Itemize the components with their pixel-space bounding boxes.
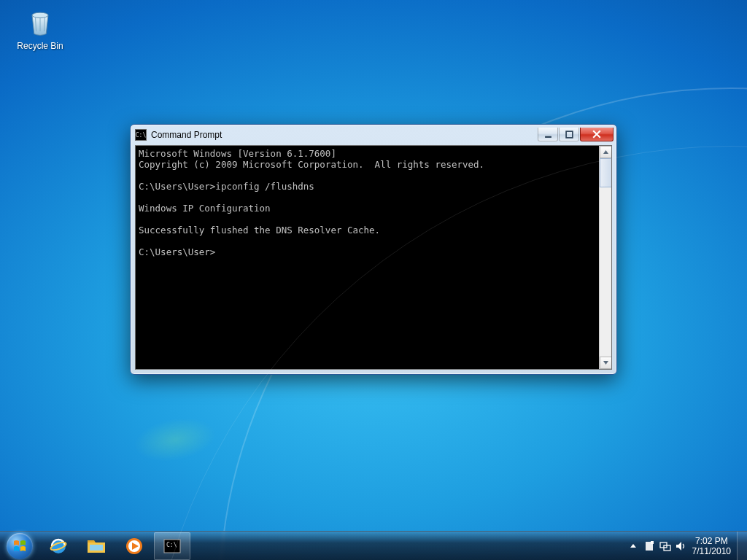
scroll-up-button[interactable] (600, 146, 611, 158)
command-prompt-window[interactable]: C:\ Command Prompt Microsoft Windows [Ve… (130, 124, 617, 375)
show-desktop-button[interactable] (737, 532, 747, 561)
system-tray: 7:02 PM 7/11/2010 (625, 532, 747, 560)
taskbar-internet-explorer[interactable] (40, 532, 77, 560)
titlebar[interactable]: C:\ Command Prompt (131, 125, 616, 145)
wallpaper-decoration (98, 394, 253, 484)
scroll-thumb[interactable] (600, 158, 611, 187)
cmd-icon: C:\ (135, 129, 147, 141)
taskbar-command-prompt[interactable]: C:\ (154, 532, 190, 560)
action-center-icon[interactable] (641, 532, 657, 561)
windows-logo-icon (7, 533, 33, 559)
recycle-bin-icon[interactable]: Recycle Bin (13, 4, 67, 51)
volume-icon[interactable] (673, 532, 689, 561)
minimize-button[interactable] (538, 128, 558, 141)
scroll-down-button[interactable] (600, 357, 611, 369)
close-button[interactable] (580, 128, 614, 141)
task-buttons: C:\ (39, 532, 191, 560)
scrollbar[interactable] (599, 146, 611, 369)
ie-icon (47, 537, 69, 556)
maximize-button[interactable] (559, 128, 579, 141)
svg-rect-5 (90, 545, 103, 551)
cmd-taskbar-icon: C:\ (161, 537, 183, 556)
network-icon[interactable] (657, 532, 673, 561)
recycle-bin-label: Recycle Bin (13, 41, 67, 51)
scroll-track[interactable] (600, 158, 611, 357)
svg-text:C:\: C:\ (166, 542, 177, 548)
terminal-output[interactable]: Microsoft Windows [Version 6.1.7600] Cop… (136, 146, 599, 369)
tray-overflow-button[interactable] (625, 532, 641, 561)
trash-icon (23, 4, 58, 39)
taskbar[interactable]: C:\ 7:02 PM 7/11/2010 (0, 531, 747, 560)
window-title: Command Prompt (151, 130, 537, 140)
taskbar-media-player[interactable] (116, 532, 152, 560)
svg-rect-2 (566, 131, 573, 138)
taskbar-windows-explorer[interactable] (78, 532, 115, 560)
folder-icon (85, 537, 107, 556)
window-controls (537, 128, 614, 142)
svg-rect-11 (651, 541, 654, 544)
svg-rect-1 (545, 136, 551, 137)
svg-point-0 (32, 12, 48, 18)
clock-date: 7/11/2010 (692, 546, 731, 556)
clock[interactable]: 7:02 PM 7/11/2010 (689, 536, 737, 556)
clock-time: 7:02 PM (692, 536, 731, 546)
desktop[interactable]: Recycle Bin C:\ Command Prompt Microsoft… (0, 0, 747, 560)
terminal-frame: Microsoft Windows [Version 6.1.7600] Cop… (135, 145, 612, 370)
media-player-icon (123, 537, 145, 556)
start-button[interactable] (0, 532, 39, 561)
